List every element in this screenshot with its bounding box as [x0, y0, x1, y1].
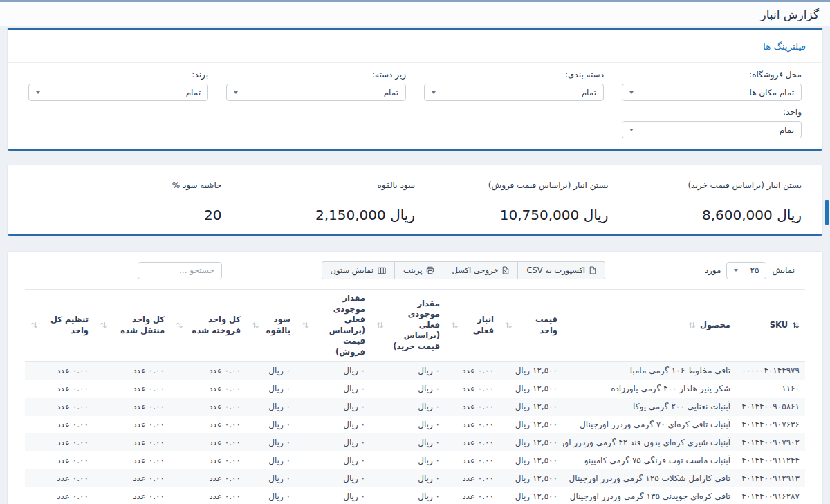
column-visibility-button[interactable]: نمایش ستون	[322, 261, 395, 279]
table-row: ۴۰۱۴۴۰۰۹۰۷۶۳۶آبنبات تافی کره‌ای ۷۰ گرمی …	[25, 416, 805, 433]
filter-select[interactable]: تمام مکان ها	[622, 84, 802, 101]
cell-unit_price: ۱۲,۵۰۰ ریال	[499, 362, 563, 380]
chevron-down-icon	[432, 91, 436, 94]
table-row: ۱۱۶۰شکر پنیر هلدار ۴۰۰ گرمی یاورزاده۱۲,۵…	[25, 380, 805, 398]
filter-select[interactable]: تمام	[28, 84, 208, 101]
column-header-units_adjusted[interactable]: تنظیم کل واحد	[25, 290, 94, 362]
sort-icon	[688, 321, 696, 329]
table-columns-icon	[378, 267, 386, 274]
chevron-down-icon	[629, 129, 634, 131]
cell-potential_profit: ۰ ریال	[246, 416, 296, 433]
page-length-control: نمایش ۲۵ مورد	[705, 262, 795, 279]
column-label: مقدار موجودی فعلی	[313, 293, 365, 326]
stat-value: 8,600,000 ریال	[629, 207, 802, 223]
page-length-select[interactable]: ۲۵	[726, 262, 766, 279]
table-body: ۰۰۰۰۰۴۰۱۴۴۹۷۹تافی مخلوط ۱۰۶ گرمی مامبا۱۲…	[25, 362, 805, 504]
cell-sku: ۴۰۱۴۴۰۰۹۱۱۲۴۴	[736, 451, 805, 469]
cell-potential_profit: ۰ ریال	[246, 487, 296, 504]
cell-current_stock: ۰.۰۰ عدد	[445, 487, 499, 504]
table-row: ۰۰۰۰۰۴۰۱۴۴۹۷۹تافی مخلوط ۱۰۶ گرمی مامبا۱۲…	[25, 362, 805, 380]
cell-potential_profit: ۰ ریال	[246, 433, 296, 451]
cell-potential_profit: ۰ ریال	[246, 451, 296, 469]
cell-current_stock: ۰.۰۰ عدد	[445, 451, 499, 469]
table-row: ۴۰۱۴۴۰۰۹۰۷۹۰۲آبنبات شیری کره‌ای بدون قند…	[25, 433, 805, 451]
cell-units_transferred: ۰.۰۰ عدد	[94, 416, 170, 433]
column-header-product[interactable]: محصول	[563, 290, 736, 362]
column-header-sku[interactable]: SKU	[736, 290, 805, 362]
cell-current_stock: ۰.۰۰ عدد	[445, 469, 499, 487]
column-label: مقدار موجودی فعلی	[388, 299, 440, 331]
scrollbar-thumb[interactable]	[825, 200, 829, 225]
cell-unit_price: ۱۲,۵۰۰ ریال	[499, 487, 563, 504]
cell-product: آبنبات ماست توت فرنگی ۷۵ گرمی کامپینو	[563, 451, 736, 469]
cell-unit_price: ۱۲,۵۰۰ ریال	[499, 398, 563, 416]
cell-potential_profit: ۰ ریال	[246, 362, 296, 380]
export-buttons: اکسپورت به CSVخروجی اکسلپرینتنمایش ستون	[322, 261, 606, 279]
page: { "page": { "title": "گزارش انبار" }, "c…	[0, 0, 830, 504]
filter-select-value: تمام مکان ها	[750, 88, 795, 97]
filter-select[interactable]: تمام	[424, 84, 604, 101]
table-row: ۴۰۱۴۴۰۰۹۱۶۲۸۷تافی کره‌ای جویدنی ۱۳۵ گرمی…	[25, 487, 805, 504]
cell-unit_price: ۱۲,۵۰۰ ریال	[499, 451, 563, 469]
column-header-units_transferred[interactable]: کل واحد منتقل شده	[94, 290, 170, 362]
column-sublabel: (براساس قیمت فروش)	[313, 326, 365, 358]
filter-select[interactable]: تمام	[226, 84, 406, 101]
cell-units_transferred: ۰.۰۰ عدد	[94, 398, 170, 416]
stat-value: 20	[49, 207, 222, 223]
chevron-down-icon	[234, 91, 238, 94]
cell-stock_value_sell: ۰ ریال	[296, 398, 371, 416]
filter-field-4: واحد:تمام	[622, 107, 802, 138]
filter-select-value: تمام	[582, 88, 596, 97]
column-header-unit_price[interactable]: قیمت واحد	[499, 290, 563, 362]
cell-units_transferred: ۰.۰۰ عدد	[94, 451, 170, 469]
column-header-units_sold[interactable]: کل واحد فروخته شده	[170, 290, 246, 362]
column-label: تنظیم کل واحد	[42, 315, 89, 336]
export-csv-button[interactable]: اکسپورت به CSV	[517, 261, 605, 279]
cell-sku: ۴۰۱۴۴۰۰۹۰۷۶۳۶	[736, 416, 805, 433]
cell-units_adjusted: ۰.۰۰ عدد	[25, 416, 94, 433]
column-header-potential_profit[interactable]: سود بالقوه	[246, 290, 296, 362]
column-header-stock_value_sell[interactable]: مقدار موجودی فعلی(براساس قیمت فروش)	[296, 290, 371, 362]
filter-panel: فیلترینگ ها محل فروشگاه:تمام مکان هادسته…	[7, 28, 823, 151]
cell-units_sold: ۰.۰۰ عدد	[170, 451, 246, 469]
summary-panel: بستن انبار (براساس قیمت خرید)8,600,000 ر…	[7, 165, 823, 236]
file-export-icon	[589, 266, 596, 274]
filter-field-label: واحد:	[622, 107, 802, 117]
cell-product: آبنبات تافی کره‌ای ۷۰ گرمی وردرز اورجینا…	[563, 416, 736, 433]
stat-value: 2,150,000 ریال	[243, 207, 416, 223]
topbar: گزارش انبار	[0, 0, 830, 26]
cell-units_sold: ۰.۰۰ عدد	[170, 469, 246, 487]
cell-potential_profit: ۰ ریال	[246, 398, 296, 416]
cell-unit_price: ۱۲,۵۰۰ ریال	[499, 380, 563, 398]
sort-icon	[505, 321, 513, 329]
summary-stat-1: بستن انبار (براساس قیمت فروش)10,750,000 …	[415, 180, 609, 223]
sort-icon	[176, 321, 183, 329]
filter-select[interactable]: تمام	[622, 121, 802, 138]
sort-icon	[30, 321, 38, 329]
cell-units_adjusted: ۰.۰۰ عدد	[25, 433, 94, 451]
cell-product: تافی مخلوط ۱۰۶ گرمی مامبا	[563, 362, 736, 380]
cell-stock_value_buy: ۰ ریال	[371, 416, 445, 433]
column-label: SKU	[770, 320, 788, 331]
column-header-current_stock[interactable]: انبار فعلی	[445, 290, 499, 362]
search-input[interactable]	[138, 262, 222, 279]
cell-units_adjusted: ۰.۰۰ عدد	[25, 362, 94, 380]
print-button[interactable]: پرینت	[394, 261, 444, 279]
column-header-stock_value_buy[interactable]: مقدار موجودی فعلی(براساس قیمت خرید)	[371, 290, 445, 362]
chevron-down-icon	[734, 269, 738, 272]
length-label-show: نمایش	[772, 265, 795, 275]
cell-units_sold: ۰.۰۰ عدد	[170, 416, 246, 433]
cell-stock_value_buy: ۰ ریال	[371, 487, 445, 504]
filter-field-label: برند:	[28, 70, 208, 80]
column-sublabel: (براساس قیمت خرید)	[388, 330, 440, 352]
column-label: انبار فعلی	[463, 315, 494, 336]
filter-select-value: تمام	[384, 88, 398, 97]
cell-units_transferred: ۰.۰۰ عدد	[94, 487, 170, 504]
filter-field-0: محل فروشگاه:تمام مکان ها	[622, 70, 802, 101]
cell-units_sold: ۰.۰۰ عدد	[170, 362, 246, 380]
filter-panel-header[interactable]: فیلترینگ ها	[8, 30, 822, 63]
filter-panel-title: فیلترینگ ها	[763, 41, 806, 52]
column-label: سود بالقوه	[264, 315, 290, 336]
cell-product: آبنبات نعنایی ۲۰۰ گرمی یوکا	[563, 398, 736, 416]
export-excel-button[interactable]: خروجی اکسل	[443, 261, 518, 279]
